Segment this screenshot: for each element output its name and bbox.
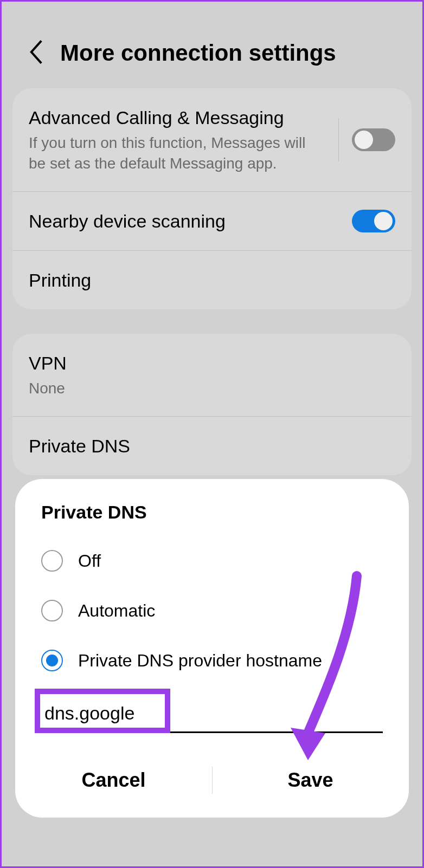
row-main: Advanced Calling & Messaging If you turn… <box>29 106 325 174</box>
dialog-button-row: Cancel Save <box>15 749 409 818</box>
toggle-knob <box>374 212 393 230</box>
radio-row-hostname[interactable]: Private DNS provider hostname <box>15 636 409 685</box>
radio-label: Automatic <box>78 601 155 621</box>
toggle-knob <box>355 131 373 149</box>
toggle-advanced-calling[interactable] <box>352 128 395 151</box>
radio-off[interactable] <box>41 550 63 572</box>
row-subtitle: None <box>29 378 395 399</box>
row-title: Nearby device scanning <box>29 209 352 233</box>
settings-card-1: Advanced Calling & Messaging If you turn… <box>12 88 412 309</box>
settings-card-2: VPN None Private DNS <box>12 334 412 475</box>
private-dns-dialog: Private DNS Off Automatic Private DNS pr… <box>15 479 409 818</box>
radio-label: Off <box>78 551 101 571</box>
hostname-input-wrap <box>41 695 383 733</box>
row-advanced-calling[interactable]: Advanced Calling & Messaging If you turn… <box>12 88 412 192</box>
row-vpn[interactable]: VPN None <box>12 334 412 417</box>
row-main: Printing <box>29 268 395 292</box>
radio-row-automatic[interactable]: Automatic <box>15 586 409 636</box>
radio-automatic[interactable] <box>41 600 63 621</box>
row-main: Private DNS <box>29 434 395 458</box>
page-title: More connection settings <box>60 40 336 66</box>
app-header: More connection settings <box>2 2 422 88</box>
radio-hostname[interactable] <box>41 650 63 671</box>
row-title: Private DNS <box>29 434 395 458</box>
toggle-nearby-scanning[interactable] <box>352 210 395 232</box>
dialog-title: Private DNS <box>15 502 409 536</box>
row-main: Nearby device scanning <box>29 209 352 233</box>
back-icon[interactable] <box>29 40 44 67</box>
row-private-dns[interactable]: Private DNS <box>12 417 412 475</box>
radio-label: Private DNS provider hostname <box>78 651 322 671</box>
save-button[interactable]: Save <box>212 757 409 804</box>
dns-hostname-input[interactable] <box>41 695 383 733</box>
cancel-button[interactable]: Cancel <box>15 757 212 804</box>
row-title: Printing <box>29 268 395 292</box>
row-nearby-scanning[interactable]: Nearby device scanning <box>12 192 412 251</box>
row-title: VPN <box>29 351 395 375</box>
divider <box>338 118 339 161</box>
row-subtitle: If you turn on this function, Messages w… <box>29 133 325 174</box>
row-title: Advanced Calling & Messaging <box>29 106 325 129</box>
radio-row-off[interactable]: Off <box>15 536 409 586</box>
row-printing[interactable]: Printing <box>12 251 412 309</box>
row-main: VPN None <box>29 351 395 399</box>
